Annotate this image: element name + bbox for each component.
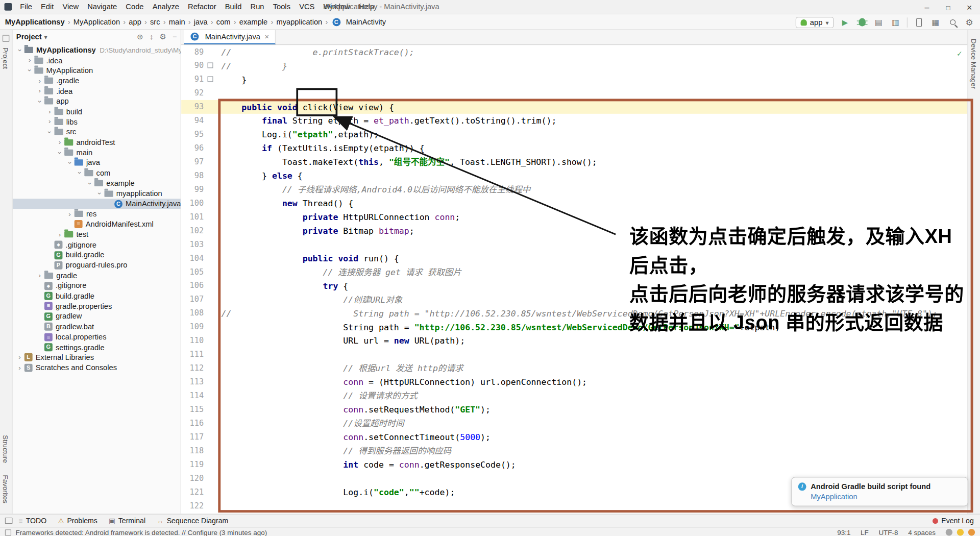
expand-arrow[interactable] [26, 67, 33, 74]
fold-marker[interactable] [208, 76, 213, 82]
expand-arrow[interactable] [56, 231, 63, 238]
hide-panel-icon[interactable] [173, 33, 177, 41]
expand-arrow[interactable] [56, 149, 63, 156]
editor-gutter[interactable]: 116 [181, 417, 221, 430]
code-editor[interactable]: 89// e.printStackTrace();90// }91 }9293 … [181, 45, 967, 514]
tree-item-com[interactable]: com [12, 168, 180, 178]
settings-button[interactable] [964, 16, 975, 28]
breadcrumb-item[interactable]: src [150, 17, 160, 26]
tree-item-libs[interactable]: libs [12, 117, 180, 127]
tree-item-proguard-rules-pro[interactable]: proguard-rules.pro [12, 260, 180, 271]
run-config-selector[interactable]: app [796, 16, 834, 28]
breadcrumb-item[interactable]: MyApplication [74, 17, 120, 26]
tree-item-gradle-properties[interactable]: gradle.properties [12, 301, 180, 311]
editor-gutter[interactable]: 104 [181, 251, 221, 265]
tab-mainactivity[interactable]: MainActivity.java [184, 30, 275, 44]
expand-arrow[interactable] [36, 88, 43, 94]
tree-item-external-libraries[interactable]: External Libraries [12, 352, 180, 362]
expand-collapse-icon[interactable] [150, 33, 153, 41]
menu-refactor[interactable]: Refactor [184, 3, 221, 11]
layout-inspector-button[interactable] [930, 16, 941, 28]
expand-arrow[interactable] [46, 129, 53, 135]
menu-file[interactable]: File [16, 3, 37, 11]
fold-marker[interactable] [208, 62, 213, 68]
expand-arrow[interactable] [96, 190, 103, 197]
expand-arrow[interactable] [36, 78, 43, 84]
status-4-spaces[interactable]: 4 spaces [908, 528, 936, 536]
minimize-button[interactable] [916, 0, 938, 14]
menu-build[interactable]: Build [220, 3, 246, 11]
debug-button[interactable] [856, 16, 868, 28]
toolstrip-structure[interactable]: Structure [2, 435, 10, 463]
status-utf-8[interactable]: UTF-8 [878, 528, 898, 536]
breadcrumb-item[interactable]: java [194, 17, 208, 26]
run-button[interactable] [839, 16, 850, 28]
editor-gutter[interactable]: 122 [181, 499, 221, 513]
expand-arrow[interactable] [86, 180, 93, 186]
menu-run[interactable]: Run [246, 3, 268, 11]
editor-gutter[interactable]: 100 [181, 196, 221, 210]
toolstrip-device-manager[interactable]: Device Manager [970, 39, 977, 89]
notification-icon[interactable] [968, 529, 975, 535]
toolwindow-button-problems[interactable]: Problems [58, 517, 97, 525]
expand-arrow[interactable] [16, 46, 23, 53]
expand-arrow[interactable] [16, 354, 23, 361]
tree-item-java[interactable]: java [12, 158, 180, 168]
editor-gutter[interactable]: 97 [181, 155, 221, 169]
tree-item-myapplication[interactable]: MyApplication [12, 65, 180, 76]
tree-item-local-properties[interactable]: local.properties [12, 332, 180, 342]
tree-item-myapplicationsy[interactable]: MyApplicationsyD:\Study\android_study\My… [12, 45, 180, 55]
status-lf[interactable]: LF [861, 528, 869, 536]
breadcrumb-item[interactable]: MainActivity [331, 17, 386, 26]
editor-gutter[interactable]: 113 [181, 375, 221, 389]
expand-arrow[interactable] [56, 139, 63, 145]
notification-link[interactable]: MyApplication [811, 493, 857, 501]
editor-gutter[interactable]: 91 [181, 72, 221, 86]
tree-item-res[interactable]: res [12, 209, 180, 219]
close-button[interactable] [959, 0, 980, 14]
menu-navigate[interactable]: Navigate [83, 3, 121, 11]
expand-arrow[interactable] [36, 272, 43, 279]
gear-icon[interactable] [160, 33, 166, 41]
breadcrumb-item[interactable]: MyApplicationsy [5, 17, 65, 26]
editor-gutter[interactable]: 89 [181, 45, 221, 59]
editor-gutter[interactable]: 107 [181, 293, 221, 306]
menu-analyze[interactable]: Analyze [148, 3, 183, 11]
tree-item-androidtest[interactable]: androidTest [12, 137, 180, 148]
tree-item-app[interactable]: app [12, 96, 180, 107]
toolwindow-switcher-icon[interactable] [5, 518, 13, 524]
tree-item-build-gradle[interactable]: build.gradle [12, 250, 180, 260]
notification-popup[interactable]: Android Gradle build script found MyAppl… [791, 477, 968, 506]
editor-gutter[interactable]: 103 [181, 237, 221, 251]
editor-gutter[interactable]: 111 [181, 348, 221, 361]
search-everywhere-button[interactable] [947, 16, 958, 28]
profiler-button[interactable] [873, 16, 885, 28]
toolwindow-button-todo[interactable]: TODO [19, 517, 46, 525]
tree-item-build[interactable]: build [12, 107, 180, 117]
tree-item-myapplication[interactable]: myapplication [12, 188, 180, 199]
tree-item-mainactivity-java[interactable]: MainActivity.java [12, 199, 180, 209]
locate-file-icon[interactable] [137, 33, 143, 41]
breadcrumb-item[interactable]: myapplication [276, 17, 322, 26]
editor-gutter[interactable]: 106 [181, 279, 221, 293]
close-icon[interactable] [265, 32, 270, 41]
editor-gutter[interactable]: 101 [181, 210, 221, 224]
attach-debugger-button[interactable] [890, 16, 901, 28]
editor-gutter[interactable]: 117 [181, 430, 221, 444]
status-93-1[interactable]: 93:1 [837, 528, 850, 536]
tree-item--idea[interactable]: .idea [12, 55, 180, 65]
editor-gutter[interactable]: 102 [181, 224, 221, 237]
editor-gutter[interactable]: 119 [181, 457, 221, 471]
expand-arrow[interactable] [26, 57, 33, 64]
menu-code[interactable]: Code [121, 3, 148, 11]
project-panel-title[interactable]: Project [16, 33, 42, 41]
editor-gutter[interactable]: 112 [181, 361, 221, 375]
editor-gutter[interactable]: 109 [181, 320, 221, 334]
editor-gutter[interactable]: 108 [181, 306, 221, 320]
tree-item-test[interactable]: test [12, 229, 180, 239]
expand-arrow[interactable] [16, 364, 23, 371]
editor-gutter[interactable]: 110 [181, 334, 221, 348]
editor-gutter[interactable]: 114 [181, 389, 221, 403]
tree-item-gradle[interactable]: gradle [12, 271, 180, 281]
tree-item--gradle[interactable]: .gradle [12, 76, 180, 86]
